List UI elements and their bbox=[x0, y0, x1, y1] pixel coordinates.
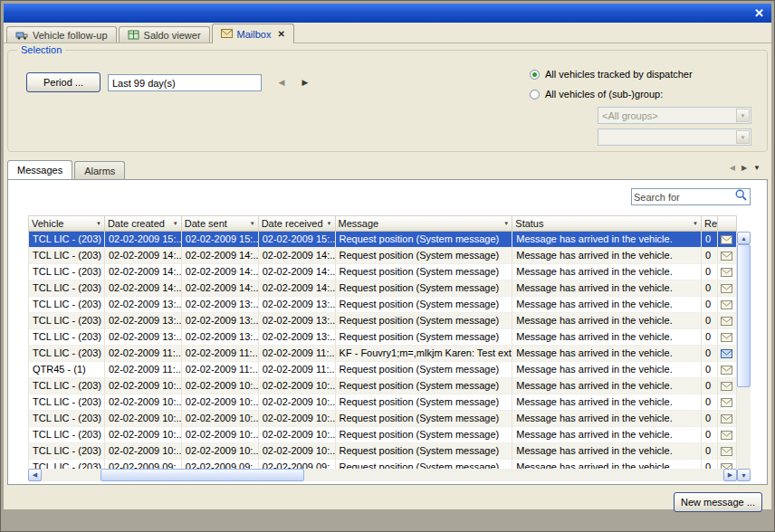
new-message-button[interactable]: New message ... bbox=[674, 492, 762, 512]
tab-vehicle-follow-up[interactable]: Vehicle follow-up bbox=[6, 26, 117, 43]
tab-label: Saldo viewer bbox=[144, 30, 201, 41]
cell-status: Message has arrived in the vehicle. bbox=[512, 248, 702, 264]
cell-status: Message has arrived in the vehicle. bbox=[512, 411, 702, 427]
table-row[interactable]: TCL LIC - (203) 02-02-2009 11:... 02-02-… bbox=[29, 346, 737, 362]
envelope-icon bbox=[718, 329, 737, 346]
pager-dropdown-icon[interactable]: ▼ bbox=[753, 164, 761, 172]
cell-date-received: 02-02-2009 10:... bbox=[259, 427, 336, 443]
cell-date-received: 02-02-2009 10:... bbox=[259, 443, 336, 460]
pager-right-icon[interactable]: ▶ bbox=[742, 164, 747, 172]
saldo-icon bbox=[128, 30, 139, 42]
cell-rep: 0 bbox=[702, 394, 718, 411]
cell-vehicle: TCL LIC - (203) bbox=[29, 346, 105, 362]
envelope-icon bbox=[718, 427, 737, 443]
tab-label: Mailbox bbox=[237, 29, 272, 40]
tab-mailbox[interactable]: Mailbox ✕ bbox=[212, 24, 294, 43]
tab-label: Messages bbox=[17, 165, 62, 176]
column-header-message[interactable]: Message ▼ bbox=[336, 215, 513, 232]
vertical-scrollbar[interactable]: ▲ ▼ bbox=[737, 232, 751, 481]
table-row[interactable]: TCL LIC - (203) 02-02-2009 10:... 02-02-… bbox=[29, 394, 737, 411]
next-period-icon[interactable]: ▶ bbox=[298, 75, 312, 90]
table-row[interactable]: TCL LIC - (203) 02-02-2009 10:... 02-02-… bbox=[29, 378, 737, 394]
envelope-icon bbox=[718, 280, 737, 297]
tab-close-icon[interactable]: ✕ bbox=[277, 29, 284, 39]
cell-date-sent: 02-02-2009 09:... bbox=[182, 460, 259, 469]
table-row[interactable]: TCL LIC - (203) 02-02-2009 14:... 02-02-… bbox=[29, 264, 737, 280]
table-row[interactable]: TCL LIC - (203) 02-02-2009 13:... 02-02-… bbox=[29, 297, 737, 313]
column-header-vehicle[interactable]: Vehicle ▼ bbox=[29, 215, 105, 232]
cell-status: Message has arrived in the vehicle. bbox=[512, 362, 702, 378]
cell-date-sent: 02-02-2009 10:... bbox=[182, 378, 259, 394]
table-row[interactable]: TCL LIC - (203) 02-02-2009 10:... 02-02-… bbox=[29, 411, 737, 427]
title-bar[interactable]: ✕ bbox=[4, 4, 771, 23]
scroll-left-icon[interactable]: ◀ bbox=[28, 469, 42, 481]
table-row[interactable]: TCL LIC - (203) 02-02-2009 14:... 02-02-… bbox=[29, 280, 737, 297]
panel-tab-strip: Messages Alarms bbox=[7, 161, 127, 179]
previous-period-icon[interactable]: ◀ bbox=[274, 75, 289, 90]
grid-header: Vehicle ▼ Date created ▼ Date sent ▼ Dat… bbox=[28, 215, 737, 232]
filter-icon[interactable]: ▼ bbox=[691, 221, 698, 226]
cell-vehicle: TCL LIC - (203) bbox=[29, 394, 105, 411]
column-header-date-received[interactable]: Date received ▼ bbox=[259, 215, 336, 232]
cell-status: Message has arrived in the vehicle. bbox=[512, 313, 702, 329]
table-row[interactable]: TCL LIC - (203) 02-02-2009 09:... 02-02-… bbox=[29, 460, 737, 469]
cell-date-created: 02-02-2009 10:... bbox=[105, 394, 182, 411]
scroll-up-icon[interactable]: ▲ bbox=[737, 232, 751, 244]
table-row[interactable]: QTR45 - (1) 02-02-2009 11:... 02-02-2009… bbox=[29, 362, 737, 378]
tab-alarms[interactable]: Alarms bbox=[74, 161, 125, 179]
cell-rep: 0 bbox=[702, 329, 718, 346]
application-window: ✕ Vehicle follow-up Saldo viewer Mail bbox=[0, 0, 775, 532]
period-button[interactable]: Period ... bbox=[26, 72, 100, 92]
period-value-input[interactable] bbox=[108, 74, 262, 91]
cell-status: Message has arrived in the vehicle. bbox=[512, 378, 702, 394]
envelope-icon bbox=[718, 297, 737, 313]
cell-date-sent: 02-02-2009 10:... bbox=[182, 394, 259, 411]
column-header-date-created[interactable]: Date created ▼ bbox=[105, 215, 182, 232]
cell-date-created: 02-02-2009 13:... bbox=[105, 329, 182, 346]
scroll-right-icon[interactable]: ▶ bbox=[723, 469, 737, 481]
groups-select-value: <All groups> bbox=[602, 110, 658, 121]
column-header-rep[interactable]: Rep bbox=[702, 215, 718, 232]
horizontal-scrollbar[interactable]: ◀ ▶ bbox=[28, 469, 737, 481]
filter-icon[interactable]: ▼ bbox=[171, 221, 178, 226]
scroll-down-icon[interactable]: ▼ bbox=[737, 469, 751, 481]
table-row[interactable]: TCL LIC - (203) 02-02-2009 15:... 02-02-… bbox=[29, 232, 737, 248]
cell-date-created: 02-02-2009 13:... bbox=[105, 297, 182, 313]
column-header-date-sent[interactable]: Date sent ▼ bbox=[182, 215, 259, 232]
cell-date-sent: 02-02-2009 14:... bbox=[182, 264, 259, 280]
cell-status: Message has arrived in the vehicle. bbox=[512, 394, 702, 411]
table-row[interactable]: TCL LIC - (203) 02-02-2009 14:... 02-02-… bbox=[29, 248, 737, 264]
cell-rep: 0 bbox=[702, 411, 718, 427]
radio-all-vehicles-subgroup[interactable] bbox=[530, 90, 540, 100]
horizontal-scroll-thumb[interactable] bbox=[100, 469, 304, 481]
cell-message: Request position (System message) bbox=[336, 362, 513, 378]
radio-all-vehicles-dispatcher[interactable] bbox=[530, 70, 540, 80]
filter-icon[interactable]: ▼ bbox=[94, 221, 101, 226]
cell-rep: 0 bbox=[702, 264, 718, 280]
table-row[interactable]: TCL LIC - (203) 02-02-2009 13:... 02-02-… bbox=[29, 313, 737, 329]
tab-messages[interactable]: Messages bbox=[7, 160, 72, 179]
cell-date-sent: 02-02-2009 14:... bbox=[182, 280, 259, 297]
cell-date-received: 02-02-2009 11:... bbox=[259, 362, 336, 378]
search-input[interactable] bbox=[634, 192, 734, 203]
vertical-scroll-thumb[interactable] bbox=[737, 244, 751, 387]
table-row[interactable]: TCL LIC - (203) 02-02-2009 10:... 02-02-… bbox=[29, 427, 737, 443]
tab-saldo-viewer[interactable]: Saldo viewer bbox=[119, 26, 210, 43]
cell-date-sent: 02-02-2009 10:... bbox=[182, 427, 259, 443]
groupbox-legend: Selection bbox=[17, 44, 65, 55]
filter-icon[interactable]: ▼ bbox=[502, 221, 509, 226]
search-icon[interactable] bbox=[734, 188, 748, 205]
window-close-icon[interactable]: ✕ bbox=[754, 7, 764, 19]
column-header-icon[interactable] bbox=[718, 215, 737, 232]
cell-status: Message has arrived in the vehicle. bbox=[512, 280, 702, 297]
table-row[interactable]: TCL LIC - (203) 02-02-2009 10:... 02-02-… bbox=[29, 443, 737, 460]
filter-icon[interactable]: ▼ bbox=[325, 221, 332, 226]
search-box bbox=[631, 188, 751, 205]
cell-date-created: 02-02-2009 11:... bbox=[105, 346, 182, 362]
table-row[interactable]: TCL LIC - (203) 02-02-2009 13:... 02-02-… bbox=[29, 329, 737, 346]
pager-left-icon[interactable]: ◀ bbox=[730, 164, 735, 172]
cell-status: Message has arrived in the vehicle. bbox=[512, 427, 702, 443]
cell-vehicle: QTR45 - (1) bbox=[29, 362, 105, 378]
filter-icon[interactable]: ▼ bbox=[248, 221, 255, 226]
column-header-status[interactable]: Status ▼ bbox=[512, 215, 702, 232]
